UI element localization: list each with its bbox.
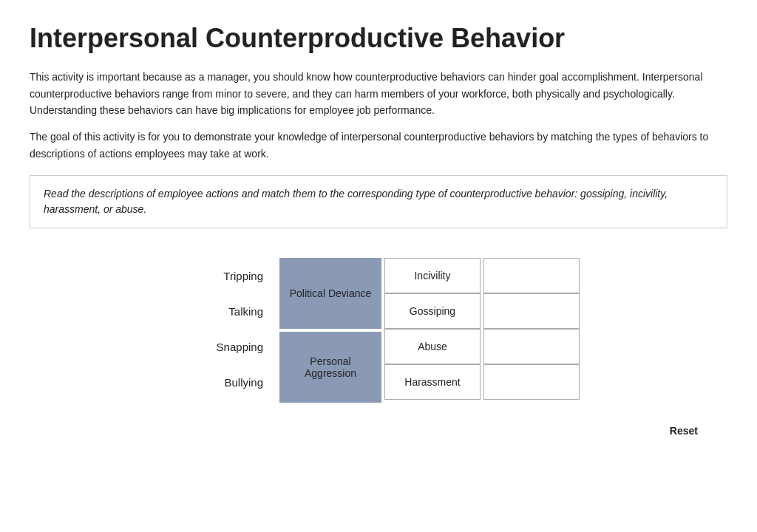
category-political-deviance: Political Deviance [279,258,381,329]
row-label-tripping: Tripping [177,258,274,293]
drop-zone-4[interactable] [483,364,580,400]
instruction-text: Read the descriptions of employee action… [44,186,713,217]
page-title: Interpersonal Counterproductive Behavior [30,22,727,54]
row-label-talking: Talking [177,293,274,329]
labels-column: Tripping Talking Snapping Bullying [177,258,274,400]
intro-paragraph-1: This activity is important because as a … [30,69,727,118]
behaviors-column: Incivility Gossiping Abuse Harassment [384,258,481,400]
grid-wrapper: Tripping Talking Snapping Bullying Polit… [177,258,580,403]
drop-zone-1[interactable] [483,258,580,293]
category-column: Political Deviance PersonalAggression [279,258,381,403]
drop-zone-2[interactable] [483,293,580,329]
reset-area: Reset [30,425,727,437]
drop-zones-column [483,258,580,400]
category-personal-aggression: PersonalAggression [279,332,381,403]
behavior-incivility: Incivility [384,258,481,293]
instruction-box: Read the descriptions of employee action… [30,175,727,228]
row-label-bullying: Bullying [177,364,274,400]
intro-paragraph-2: The goal of this activity is for you to … [30,129,727,162]
row-label-snapping: Snapping [177,329,274,364]
drop-zone-3[interactable] [483,329,580,364]
reset-button[interactable]: Reset [670,425,698,437]
behavior-gossiping: Gossiping [384,293,481,329]
matching-area: Tripping Talking Snapping Bullying Polit… [30,258,727,403]
behavior-harassment: Harassment [384,364,481,400]
behavior-abuse: Abuse [384,329,481,364]
